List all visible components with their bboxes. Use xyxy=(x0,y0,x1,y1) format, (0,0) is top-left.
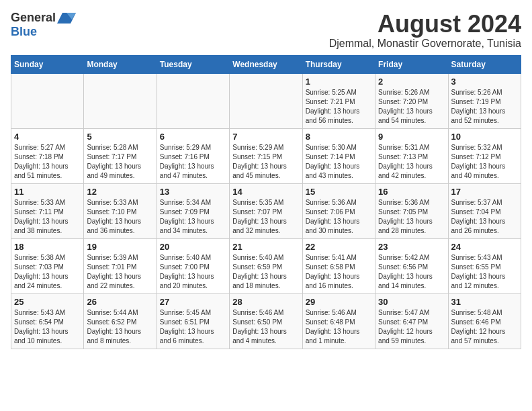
calendar-cell: 17Sunrise: 5:37 AMSunset: 7:04 PMDayligh… xyxy=(448,183,521,238)
calendar-cell: 30Sunrise: 5:47 AMSunset: 6:47 PMDayligh… xyxy=(375,293,448,349)
day-number: 5 xyxy=(87,132,153,142)
day-number: 4 xyxy=(14,132,81,142)
day-info: Sunrise: 5:40 AMSunset: 6:59 PMDaylight:… xyxy=(232,253,299,291)
day-number: 11 xyxy=(14,187,81,197)
column-header-friday: Friday xyxy=(375,55,448,73)
calendar-subtitle: Djemmal, Monastir Governorate, Tunisia xyxy=(329,38,521,50)
calendar-cell xyxy=(11,73,84,128)
day-info: Sunrise: 5:46 AMSunset: 6:50 PMDaylight:… xyxy=(232,308,299,346)
day-info: Sunrise: 5:29 AMSunset: 7:15 PMDaylight:… xyxy=(232,143,299,181)
day-number: 8 xyxy=(306,132,372,142)
day-number: 9 xyxy=(378,132,445,142)
day-number: 14 xyxy=(232,187,299,197)
day-info: Sunrise: 5:33 AMSunset: 7:11 PMDaylight:… xyxy=(14,198,81,236)
column-header-wednesday: Wednesday xyxy=(230,55,302,73)
day-info: Sunrise: 5:26 AMSunset: 7:19 PMDaylight:… xyxy=(451,88,518,126)
calendar-cell: 20Sunrise: 5:40 AMSunset: 7:00 PMDayligh… xyxy=(157,238,229,293)
day-info: Sunrise: 5:28 AMSunset: 7:17 PMDaylight:… xyxy=(87,143,153,181)
calendar-cell: 4Sunrise: 5:27 AMSunset: 7:18 PMDaylight… xyxy=(11,128,84,183)
logo: General Blue xyxy=(11,11,76,39)
logo-blue-text: Blue xyxy=(11,25,37,38)
day-number: 15 xyxy=(306,187,372,197)
day-number: 19 xyxy=(87,242,153,252)
calendar-cell: 13Sunrise: 5:34 AMSunset: 7:09 PMDayligh… xyxy=(157,183,229,238)
logo-icon xyxy=(57,11,76,25)
calendar-cell: 12Sunrise: 5:33 AMSunset: 7:10 PMDayligh… xyxy=(84,183,157,238)
calendar-cell: 11Sunrise: 5:33 AMSunset: 7:11 PMDayligh… xyxy=(11,183,84,238)
day-info: Sunrise: 5:45 AMSunset: 6:51 PMDaylight:… xyxy=(160,308,226,346)
column-header-monday: Monday xyxy=(84,55,157,73)
day-info: Sunrise: 5:36 AMSunset: 7:06 PMDaylight:… xyxy=(306,198,372,236)
calendar-cell: 3Sunrise: 5:26 AMSunset: 7:19 PMDaylight… xyxy=(448,73,521,128)
calendar-cell: 28Sunrise: 5:46 AMSunset: 6:50 PMDayligh… xyxy=(230,293,302,349)
calendar-cell: 21Sunrise: 5:40 AMSunset: 6:59 PMDayligh… xyxy=(230,238,302,293)
calendar-cell: 1Sunrise: 5:25 AMSunset: 7:21 PMDaylight… xyxy=(302,73,375,128)
day-number: 30 xyxy=(378,297,445,307)
calendar-header-row: SundayMondayTuesdayWednesdayThursdayFrid… xyxy=(11,55,521,73)
day-number: 10 xyxy=(451,132,518,142)
day-number: 26 xyxy=(87,297,153,307)
day-number: 28 xyxy=(232,297,299,307)
day-number: 18 xyxy=(14,242,81,252)
day-info: Sunrise: 5:47 AMSunset: 6:47 PMDaylight:… xyxy=(378,308,445,346)
calendar-cell: 23Sunrise: 5:42 AMSunset: 6:56 PMDayligh… xyxy=(375,238,448,293)
day-info: Sunrise: 5:34 AMSunset: 7:09 PMDaylight:… xyxy=(160,198,226,236)
day-info: Sunrise: 5:33 AMSunset: 7:10 PMDaylight:… xyxy=(87,198,153,236)
day-number: 3 xyxy=(451,77,518,87)
calendar-week-row: 18Sunrise: 5:38 AMSunset: 7:03 PMDayligh… xyxy=(11,238,521,293)
calendar-week-row: 4Sunrise: 5:27 AMSunset: 7:18 PMDaylight… xyxy=(11,128,521,183)
calendar-cell: 14Sunrise: 5:35 AMSunset: 7:07 PMDayligh… xyxy=(230,183,302,238)
day-number: 1 xyxy=(306,77,372,87)
day-number: 16 xyxy=(378,187,445,197)
calendar-cell: 29Sunrise: 5:46 AMSunset: 6:48 PMDayligh… xyxy=(302,293,375,349)
day-number: 13 xyxy=(160,187,226,197)
calendar-title: August 2024 xyxy=(329,11,521,38)
calendar-cell xyxy=(157,73,229,128)
logo-general-text: General xyxy=(11,11,56,25)
day-info: Sunrise: 5:43 AMSunset: 6:54 PMDaylight:… xyxy=(14,308,81,346)
calendar-cell: 6Sunrise: 5:29 AMSunset: 7:16 PMDaylight… xyxy=(157,128,229,183)
column-header-saturday: Saturday xyxy=(448,55,521,73)
day-number: 25 xyxy=(14,297,81,307)
column-header-sunday: Sunday xyxy=(11,55,84,73)
day-info: Sunrise: 5:29 AMSunset: 7:16 PMDaylight:… xyxy=(160,143,226,181)
calendar-cell xyxy=(230,73,302,128)
day-info: Sunrise: 5:31 AMSunset: 7:13 PMDaylight:… xyxy=(378,143,445,181)
day-info: Sunrise: 5:35 AMSunset: 7:07 PMDaylight:… xyxy=(232,198,299,236)
day-info: Sunrise: 5:30 AMSunset: 7:14 PMDaylight:… xyxy=(306,143,372,181)
day-number: 7 xyxy=(232,132,299,142)
day-info: Sunrise: 5:36 AMSunset: 7:05 PMDaylight:… xyxy=(378,198,445,236)
day-number: 12 xyxy=(87,187,153,197)
calendar-week-row: 1Sunrise: 5:25 AMSunset: 7:21 PMDaylight… xyxy=(11,73,521,128)
calendar-cell: 22Sunrise: 5:41 AMSunset: 6:58 PMDayligh… xyxy=(302,238,375,293)
calendar-table: SundayMondayTuesdayWednesdayThursdayFrid… xyxy=(11,55,521,349)
column-header-thursday: Thursday xyxy=(302,55,375,73)
calendar-cell: 31Sunrise: 5:48 AMSunset: 6:46 PMDayligh… xyxy=(448,293,521,349)
day-info: Sunrise: 5:37 AMSunset: 7:04 PMDaylight:… xyxy=(451,198,518,236)
calendar-cell: 5Sunrise: 5:28 AMSunset: 7:17 PMDaylight… xyxy=(84,128,157,183)
day-info: Sunrise: 5:41 AMSunset: 6:58 PMDaylight:… xyxy=(306,253,372,291)
day-info: Sunrise: 5:32 AMSunset: 7:12 PMDaylight:… xyxy=(451,143,518,181)
day-number: 27 xyxy=(160,297,226,307)
calendar-cell: 24Sunrise: 5:43 AMSunset: 6:55 PMDayligh… xyxy=(448,238,521,293)
calendar-cell: 27Sunrise: 5:45 AMSunset: 6:51 PMDayligh… xyxy=(157,293,229,349)
calendar-cell: 7Sunrise: 5:29 AMSunset: 7:15 PMDaylight… xyxy=(230,128,302,183)
calendar-cell: 25Sunrise: 5:43 AMSunset: 6:54 PMDayligh… xyxy=(11,293,84,349)
calendar-cell: 18Sunrise: 5:38 AMSunset: 7:03 PMDayligh… xyxy=(11,238,84,293)
day-info: Sunrise: 5:38 AMSunset: 7:03 PMDaylight:… xyxy=(14,253,81,291)
day-info: Sunrise: 5:46 AMSunset: 6:48 PMDaylight:… xyxy=(306,308,372,346)
calendar-cell: 2Sunrise: 5:26 AMSunset: 7:20 PMDaylight… xyxy=(375,73,448,128)
day-number: 20 xyxy=(160,242,226,252)
day-info: Sunrise: 5:39 AMSunset: 7:01 PMDaylight:… xyxy=(87,253,153,291)
day-number: 31 xyxy=(451,297,518,307)
day-info: Sunrise: 5:42 AMSunset: 6:56 PMDaylight:… xyxy=(378,253,445,291)
day-info: Sunrise: 5:27 AMSunset: 7:18 PMDaylight:… xyxy=(14,143,81,181)
day-number: 2 xyxy=(378,77,445,87)
day-info: Sunrise: 5:48 AMSunset: 6:46 PMDaylight:… xyxy=(451,308,518,346)
calendar-cell: 15Sunrise: 5:36 AMSunset: 7:06 PMDayligh… xyxy=(302,183,375,238)
day-number: 22 xyxy=(306,242,372,252)
calendar-week-row: 11Sunrise: 5:33 AMSunset: 7:11 PMDayligh… xyxy=(11,183,521,238)
title-block: August 2024 Djemmal, Monastir Governorat… xyxy=(329,11,521,50)
day-number: 23 xyxy=(378,242,445,252)
day-info: Sunrise: 5:25 AMSunset: 7:21 PMDaylight:… xyxy=(306,88,372,126)
